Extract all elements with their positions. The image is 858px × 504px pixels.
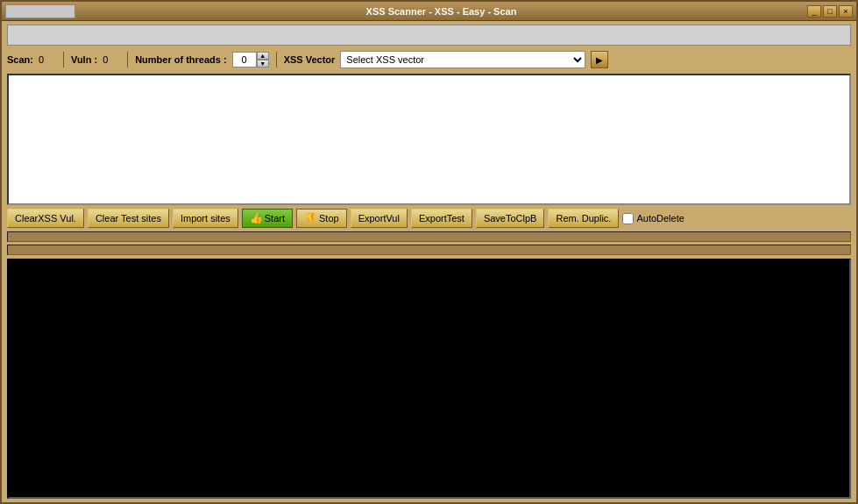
- progress-section: [7, 231, 851, 255]
- vuln-value: 0: [103, 54, 120, 65]
- separator-1: [63, 52, 64, 67]
- window-title: XSS Scanner - XSS - Easy - Scan: [75, 6, 807, 17]
- toolbar-row: Scan: 0 Vuln : 0 Number of threads : ▲ ▼…: [7, 49, 851, 70]
- export-vul-button[interactable]: ExportVul: [351, 209, 408, 228]
- start-thumb-icon: 👍: [250, 212, 262, 224]
- close-button[interactable]: ×: [839, 5, 853, 18]
- content-area: Scan: 0 Vuln : 0 Number of threads : ▲ ▼…: [2, 21, 856, 502]
- progress-bar-1: [7, 231, 851, 242]
- window-controls: _ □ ×: [807, 5, 853, 18]
- spin-buttons: ▲ ▼: [257, 52, 269, 67]
- xss-vector-dropdown[interactable]: Select XSS vector: [340, 51, 585, 68]
- auto-delete-label: AutoDelete: [636, 213, 684, 224]
- scan-value: 0: [39, 54, 56, 65]
- separator-3: [276, 52, 277, 67]
- buttons-row: ClearXSS Vul. Clear Test sites Import si…: [7, 209, 851, 228]
- title-bar-left-area: [5, 4, 75, 18]
- spin-up-button[interactable]: ▲: [257, 52, 269, 60]
- import-sites-button[interactable]: Import sites: [173, 209, 238, 228]
- main-window: XSS Scanner - XSS - Easy - Scan _ □ × Sc…: [0, 0, 858, 504]
- title-bar: XSS Scanner - XSS - Easy - Scan _ □ ×: [2, 2, 856, 21]
- scan-label: Scan:: [7, 54, 33, 65]
- console-area: [7, 259, 851, 499]
- start-button[interactable]: 👍 Start: [242, 209, 293, 228]
- xss-action-button[interactable]: ▶: [591, 51, 608, 68]
- url-input[interactable]: [7, 25, 851, 46]
- auto-delete-checkbox[interactable]: [622, 213, 634, 224]
- main-textarea[interactable]: [7, 74, 851, 205]
- spin-down-button[interactable]: ▼: [257, 60, 269, 67]
- clear-test-button[interactable]: Clear Test sites: [88, 209, 169, 228]
- progress-bar-2: [7, 245, 851, 255]
- save-clip-button[interactable]: SaveToClpB: [476, 209, 545, 228]
- maximize-button[interactable]: □: [823, 5, 837, 18]
- clear-xss-button[interactable]: ClearXSS Vul.: [7, 209, 84, 228]
- stop-button[interactable]: 👎 Stop: [296, 209, 347, 228]
- threads-input[interactable]: [232, 52, 257, 67]
- stop-thumb-icon: 👎: [304, 212, 316, 224]
- export-test-button[interactable]: ExportTest: [411, 209, 472, 228]
- vuln-label: Vuln :: [71, 54, 97, 65]
- threads-spinner: ▲ ▼: [232, 52, 269, 67]
- separator-2: [127, 52, 128, 67]
- rem-duplic-button[interactable]: Rem. Duplic.: [548, 209, 619, 228]
- xss-vector-label: XSS Vector: [284, 54, 336, 65]
- threads-label: Number of threads :: [135, 54, 227, 65]
- minimize-button[interactable]: _: [807, 5, 821, 18]
- auto-delete-row: AutoDelete: [622, 213, 684, 224]
- url-bar: [7, 25, 851, 46]
